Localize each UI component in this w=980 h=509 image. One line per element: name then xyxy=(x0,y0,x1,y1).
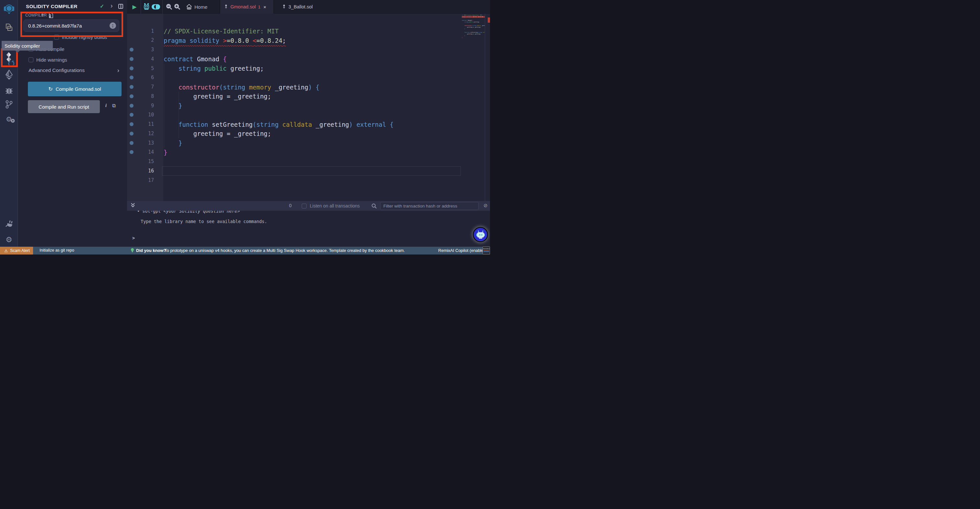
gutter-change-dot[interactable] xyxy=(130,150,134,154)
solidity-compiler-panel: SOLIDITY COMPILER ✓ › COMPILER + 0.8.26+… xyxy=(18,0,127,247)
gutter-change-dot[interactable] xyxy=(130,104,134,108)
home-icon[interactable] xyxy=(185,0,192,14)
line-number: 13 xyxy=(148,140,154,146)
activity-bar: ⚙ ⚙ xyxy=(0,0,18,247)
line-number: 9 xyxy=(151,103,154,109)
remixai-robot-icon[interactable] xyxy=(142,0,151,14)
did-you-know-label: Did you know? xyxy=(136,248,166,253)
nightly-builds-label: Include nightly builds xyxy=(62,34,107,40)
gutter-change-dot[interactable] xyxy=(130,85,134,89)
debugger-icon[interactable] xyxy=(0,87,18,95)
gear-glyph: ⚙ xyxy=(5,235,12,244)
code-line-7[interactable]: constructor(string memory _greeting) { xyxy=(164,83,320,92)
listen-transactions-checkbox[interactable] xyxy=(302,204,307,209)
file-explorer-icon[interactable] xyxy=(0,23,18,32)
panel-title: SOLIDITY COMPILER xyxy=(26,3,78,9)
add-compiler-icon[interactable]: + xyxy=(41,12,45,18)
line-number: 8 xyxy=(151,93,154,99)
transaction-filter-input[interactable] xyxy=(380,202,479,210)
nightly-builds-row: Include nightly builds xyxy=(54,34,107,40)
gutter-change-dot[interactable] xyxy=(130,94,134,98)
screenshot-thumbnail[interactable]: FILE EXPLORER xyxy=(482,246,490,254)
listen-transactions-label: Listen on all transactions xyxy=(310,203,360,209)
compile-button[interactable]: ↻Compile Gmonad.sol xyxy=(28,82,121,96)
code-editor[interactable]: 1234567891011121314151617 // SPDX-Licens… xyxy=(127,14,490,201)
solidity-compiler-tooltip: Solidity compiler xyxy=(2,41,53,51)
solidity-file-icon xyxy=(224,4,228,10)
version-stepper-icon: ▲▼ xyxy=(110,22,116,29)
settings-icon[interactable]: ⚙ xyxy=(0,235,18,244)
remixai-copilot-button[interactable] xyxy=(473,227,488,242)
zoom-out-icon[interactable] xyxy=(165,0,173,14)
status-bar: ⚠ Scam Alert Initialize as git repo Did … xyxy=(0,247,490,254)
scam-alert-button[interactable]: ⚠ Scam Alert xyxy=(0,247,33,254)
editor-tab-bar: ▶ xyxy=(127,0,490,14)
gutter-change-dot[interactable] xyxy=(130,57,134,61)
code-line-2[interactable]: pragma solidity >=0.8.0 <=0.8.24; xyxy=(164,36,286,45)
gutter-change-dot[interactable] xyxy=(130,48,134,51)
gutter-change-dot[interactable] xyxy=(130,122,134,126)
run-script-play-icon[interactable]: ▶ xyxy=(131,0,138,14)
copilot-toggle-icon[interactable] xyxy=(151,0,161,14)
warning-icon: ⚠ xyxy=(4,248,8,253)
code-line-8[interactable]: greeting = _greeting; xyxy=(164,92,271,101)
advanced-configurations[interactable]: Advanced Configurations › xyxy=(29,67,119,74)
pin-panel-icon[interactable] xyxy=(118,4,123,9)
code-line-1[interactable]: // SPDX-License-Identifier: MIT xyxy=(164,27,279,36)
code-line-9[interactable]: } xyxy=(164,101,182,110)
compiler-license-icon[interactable] xyxy=(48,12,54,20)
init-git-repo-button[interactable]: Initialize as git repo xyxy=(40,248,74,252)
compile-and-run-button[interactable]: Compile and Run script xyxy=(28,100,100,113)
gutter-change-dot[interactable] xyxy=(130,67,134,70)
compile-success-check-icon: ✓ xyxy=(100,3,104,10)
line-number: 17 xyxy=(148,177,154,183)
script-runner-icon[interactable]: ⚙ xyxy=(0,115,18,123)
terminal-search-icon[interactable] xyxy=(371,203,377,210)
compiler-version-select[interactable]: 0.8.26+commit.8a97fa7a ▲▼ xyxy=(23,19,119,32)
tab-ballot-sol[interactable]: 3_Ballot.sol xyxy=(278,0,318,14)
gutter-change-dot[interactable] xyxy=(130,113,134,117)
code-line-11[interactable]: function setGreeting(string calldata _gr… xyxy=(164,120,393,129)
remix-logo-icon[interactable] xyxy=(0,4,18,15)
nightly-builds-checkbox[interactable] xyxy=(54,35,59,40)
expand-advanced-icon: › xyxy=(117,67,119,74)
gutter-change-dot[interactable] xyxy=(130,141,134,145)
gutter-change-dot[interactable] xyxy=(130,75,134,80)
code-line-13[interactable]: } xyxy=(164,139,182,148)
solidity-compiler-icon[interactable] xyxy=(0,51,18,65)
tab-gmonad-sol[interactable]: Gmonad.sol 1 × xyxy=(220,0,274,14)
deploy-run-icon[interactable] xyxy=(0,70,18,80)
clear-console-icon[interactable]: ⊘ xyxy=(484,203,488,209)
panel-forward-icon[interactable]: › xyxy=(110,2,113,10)
code-line-4[interactable]: contract Gmonad { xyxy=(164,54,226,64)
collapse-terminal-icon[interactable] xyxy=(130,202,135,209)
hide-warnings-checkbox[interactable] xyxy=(29,57,33,62)
line-number: 14 xyxy=(148,149,154,155)
code-line-14[interactable]: } xyxy=(164,148,167,157)
refresh-icon: ↻ xyxy=(48,86,52,92)
gutter-change-dot[interactable] xyxy=(130,132,134,136)
zoom-in-icon[interactable] xyxy=(173,0,181,14)
code-line-5[interactable]: string public greeting; xyxy=(164,64,264,73)
lightbulb-icon xyxy=(130,248,134,254)
line-number: 16 xyxy=(148,168,154,174)
terminal-output[interactable]: • sol-gpt <your Solidity question here> … xyxy=(127,211,490,247)
copilot-status-label[interactable]: RemixAI Copilot (enabled) xyxy=(438,248,487,253)
copy-icon[interactable]: ⧉ xyxy=(112,103,116,109)
info-icon[interactable]: i xyxy=(105,103,107,108)
close-tab-icon[interactable]: × xyxy=(264,4,266,10)
minimap[interactable]: // SPDX-License-Identifier: MITpragma so… xyxy=(462,14,485,53)
code-line-12[interactable]: greeting = _greeting; xyxy=(164,129,271,139)
plugin-manager-icon[interactable] xyxy=(0,220,18,228)
git-icon[interactable] xyxy=(0,100,18,109)
error-marker xyxy=(488,18,490,23)
line-number: 11 xyxy=(148,121,154,127)
line-number: 12 xyxy=(148,131,154,137)
terminal-line: • sol-gpt <your Solidity question here> xyxy=(137,211,240,214)
advanced-configurations-label: Advanced Configurations xyxy=(29,67,84,73)
tab-home[interactable]: Home xyxy=(193,0,209,14)
tip-text: To prototype on a uniswap v4 hooks, you … xyxy=(165,248,405,253)
transaction-count: 0 xyxy=(289,203,292,208)
overview-ruler[interactable] xyxy=(485,14,490,201)
terminal-prompt[interactable]: > xyxy=(132,235,135,241)
